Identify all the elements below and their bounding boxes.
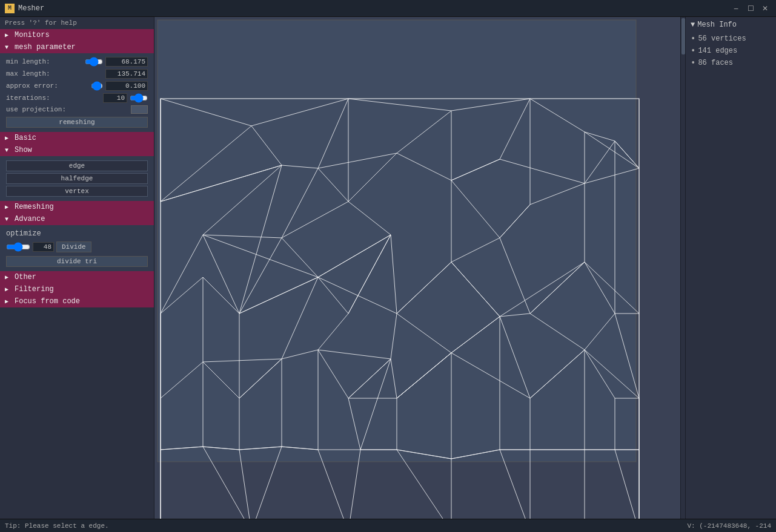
- vertices-bullet: •: [691, 34, 695, 44]
- show-arrow: ▼: [5, 147, 12, 154]
- help-text: Press '?' for help: [0, 17, 154, 29]
- monitors-arrow: ▶: [5, 31, 12, 39]
- use-projection-toggle[interactable]: [131, 105, 148, 114]
- divide-tri-button[interactable]: divide tri: [6, 256, 148, 267]
- advance-label: Advance: [15, 215, 45, 223]
- other-label: Other: [15, 273, 36, 281]
- iterations-input[interactable]: [103, 93, 127, 103]
- min-length-slider[interactable]: [85, 58, 103, 65]
- titlebar: M Mesher – ☐ ✕: [0, 0, 776, 17]
- max-length-label: max length:: [6, 70, 105, 77]
- approx-error-slider[interactable]: [91, 82, 103, 90]
- canvas-scrollbar[interactable]: [680, 17, 685, 519]
- focus-from-code-arrow: ▶: [5, 298, 12, 305]
- max-length-row: max length:: [4, 68, 150, 80]
- approx-error-row: approx error:: [4, 80, 150, 92]
- use-projection-label: use projection:: [6, 106, 131, 113]
- section-mesh-parameter[interactable]: ▼ mesh parameter: [0, 41, 154, 53]
- left-panel: Press '?' for help ▶ Monitors ▼ mesh par…: [0, 17, 154, 519]
- optimize-row: optimize: [4, 228, 150, 240]
- use-projection-row: use projection:: [4, 104, 150, 115]
- section-other[interactable]: ▶ Other: [0, 271, 154, 283]
- approx-error-label: approx error:: [6, 82, 91, 90]
- status-coords: V: (-2147483648, -214: [687, 522, 771, 530]
- window-controls: – ☐ ✕: [730, 2, 771, 15]
- svg-rect-1: [158, 20, 636, 462]
- divide-button[interactable]: Divide: [56, 241, 91, 252]
- filtering-label: Filtering: [15, 285, 54, 294]
- section-focus-from-code[interactable]: ▶ Focus from code: [0, 295, 154, 307]
- app-icon: M: [5, 4, 15, 13]
- advance-content: optimize Divide divide tri: [0, 225, 154, 271]
- mesh-info-header: ▼ Mesh Info: [691, 21, 771, 29]
- mesh-param-arrow: ▼: [5, 44, 12, 51]
- maximize-button[interactable]: ☐: [744, 2, 757, 15]
- vertices-info: • 56 vertices: [691, 33, 771, 45]
- status-tip: Tip: Please select a edge.: [5, 522, 109, 530]
- filtering-arrow: ▶: [5, 286, 12, 293]
- basic-arrow: ▶: [5, 134, 12, 142]
- app-title: Mesher: [18, 4, 730, 13]
- basic-label: Basic: [15, 134, 36, 142]
- right-panel: ▼ Mesh Info • 56 vertices • 141 edges • …: [685, 17, 776, 519]
- optimize-slider[interactable]: [6, 243, 30, 251]
- halfedge-button[interactable]: halfedge: [6, 173, 148, 184]
- optimize-value-row: Divide: [4, 240, 150, 254]
- scrollbar-thumb[interactable]: [681, 18, 685, 54]
- faces-bullet: •: [691, 58, 695, 68]
- optimize-input[interactable]: [33, 242, 54, 252]
- section-monitors[interactable]: ▶ Monitors: [0, 29, 154, 41]
- focus-from-code-label: Focus from code: [15, 297, 80, 306]
- edges-bullet: •: [691, 46, 695, 56]
- main-area: Press '?' for help ▶ Monitors ▼ mesh par…: [0, 17, 776, 519]
- show-label: Show: [15, 146, 32, 154]
- mesh-param-label: mesh parameter: [15, 43, 76, 51]
- section-show[interactable]: ▼ Show: [0, 144, 154, 156]
- remeshing-button[interactable]: remeshing: [6, 117, 148, 128]
- max-length-input[interactable]: [105, 69, 148, 79]
- status-bar: Tip: Please select a edge. V: (-21474836…: [0, 519, 776, 532]
- minimize-button[interactable]: –: [730, 2, 742, 15]
- remeshing-label: Remeshing: [15, 203, 54, 211]
- section-basic[interactable]: ▶ Basic: [0, 132, 154, 144]
- mesh-info-arrow: ▼: [691, 21, 695, 29]
- min-length-input[interactable]: [105, 57, 148, 67]
- iterations-slider[interactable]: [130, 94, 148, 102]
- iterations-label: iterations:: [6, 94, 103, 102]
- approx-error-input[interactable]: [105, 81, 148, 91]
- vertices-count: 56 vertices: [698, 34, 746, 43]
- advance-arrow: ▼: [5, 216, 12, 223]
- section-remeshing[interactable]: ▶ Remeshing: [0, 201, 154, 213]
- close-button[interactable]: ✕: [759, 2, 771, 15]
- show-content: edge halfedge vertex: [0, 156, 154, 201]
- mesh-info-title: Mesh Info: [697, 21, 737, 29]
- vertex-button[interactable]: vertex: [6, 186, 148, 197]
- monitors-label: Monitors: [15, 31, 50, 39]
- canvas-area[interactable]: [154, 17, 685, 519]
- other-arrow: ▶: [5, 274, 12, 281]
- faces-info: • 86 faces: [691, 57, 771, 69]
- mesh-param-content: min length: max length: approx error: it…: [0, 53, 154, 132]
- edges-count: 141 edges: [698, 47, 737, 55]
- section-advance[interactable]: ▼ Advance: [0, 213, 154, 225]
- min-length-row: min length:: [4, 56, 150, 68]
- remeshing-arrow: ▶: [5, 203, 12, 211]
- section-filtering[interactable]: ▶ Filtering: [0, 283, 154, 295]
- edges-info: • 141 edges: [691, 45, 771, 57]
- faces-count: 86 faces: [698, 59, 733, 67]
- optimize-label: optimize: [6, 229, 41, 238]
- min-length-label: min length:: [6, 58, 85, 65]
- mesh-viewport[interactable]: [154, 17, 685, 519]
- edge-button[interactable]: edge: [6, 160, 148, 171]
- iterations-row: iterations:: [4, 92, 150, 104]
